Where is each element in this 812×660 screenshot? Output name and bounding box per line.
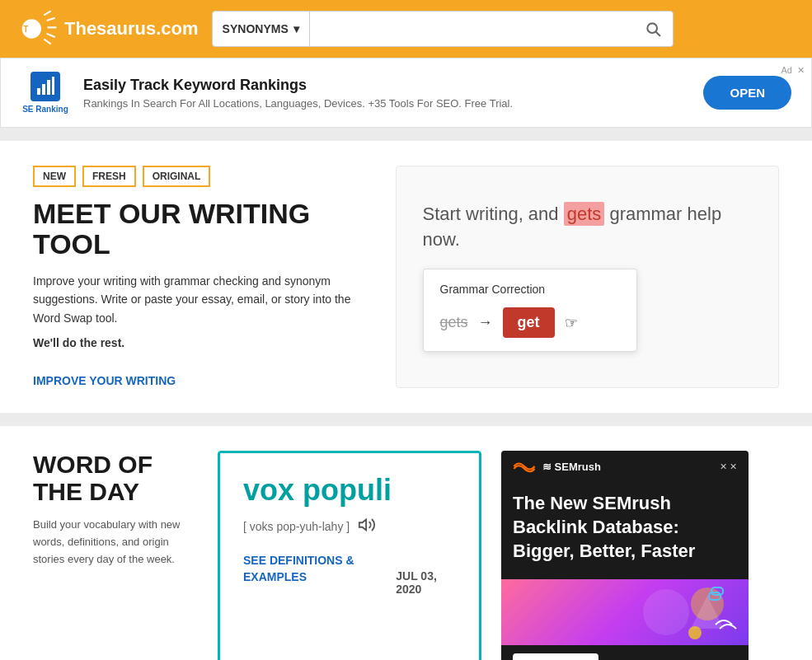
wotd-card: vox populi [ voks pop-yuh-lahy ] SEE DEF… — [218, 451, 481, 660]
writing-section: NEW FRESH ORIGINAL MEET OUR WRITING TOOL… — [0, 141, 812, 413]
ad-logo-text: SE Ranking — [21, 105, 70, 114]
gets-highlight: gets — [564, 202, 605, 226]
ad-label: Ad — [781, 65, 792, 76]
svg-line-8 — [655, 32, 659, 36]
wotd-ad-title: The New SEMrush Backlink Database: Bigge… — [513, 492, 737, 563]
search-input[interactable] — [310, 12, 633, 46]
header: T Thesaurus.com SYNONYMS ▾ — [0, 0, 812, 58]
wotd-pronunciation: [ voks pop-yuh-lahy ] — [243, 516, 456, 536]
wotd-title: WORD OF THE DAY — [33, 451, 198, 505]
writing-right: Start writing, and gets grammar help now… — [396, 166, 780, 388]
wotd-ad-visual — [501, 579, 749, 645]
semrush-logo-icon — [513, 459, 536, 474]
writing-desc: Improve your writing with grammar checki… — [33, 272, 363, 327]
svg-text:T: T — [23, 25, 28, 34]
svg-point-18 — [688, 626, 702, 639]
ad-close-area: Ad ✕ — [781, 65, 805, 76]
search-button[interactable] — [633, 21, 673, 37]
wotd-desc: Build your vocabulary with new words, de… — [33, 517, 198, 568]
separator-top — [0, 128, 812, 141]
grammar-correction: gets → get ☞ — [440, 307, 620, 338]
ad-open-button[interactable]: OPEN — [703, 76, 791, 110]
ad-close-x[interactable]: ✕ — [797, 65, 805, 76]
svg-line-2 — [47, 18, 55, 21]
se-ranking-icon — [31, 72, 60, 101]
svg-rect-9 — [37, 88, 40, 95]
gets-strikethrough: gets — [440, 314, 468, 331]
writing-desc-2: We'll do the rest. — [33, 334, 363, 352]
chevron-down-icon: ▾ — [293, 22, 299, 35]
get-button[interactable]: get — [503, 307, 555, 338]
synonyms-dropdown[interactable]: SYNONYMS ▾ — [213, 12, 310, 46]
logo-icon: T — [16, 8, 58, 49]
wotd-section: WORD OF THE DAY Build your vocabulary wi… — [0, 426, 812, 660]
wotd-ad-content: The New SEMrush Backlink Database: Bigge… — [501, 482, 749, 579]
search-icon — [645, 21, 661, 37]
grammar-popup: Grammar Correction gets → get ☞ — [423, 269, 637, 352]
semrush-logo-text: ≋ SEMrush — [542, 461, 601, 473]
writing-right-before: Start writing, and — [423, 204, 564, 224]
writing-title: MEET OUR WRITING TOOL — [33, 199, 363, 260]
svg-point-14 — [643, 589, 689, 635]
wotd-ad-header: ≋ SEMrush ✕ ✕ — [501, 451, 749, 482]
ad-visual-svg — [641, 579, 740, 645]
svg-line-5 — [44, 40, 50, 44]
improve-link[interactable]: IMPROVE YOUR WRITING — [33, 374, 176, 387]
writing-right-text: Start writing, and gets grammar help now… — [423, 202, 753, 253]
wotd-word: vox populi — [243, 473, 456, 508]
badge-original: ORIGINAL — [143, 166, 211, 187]
arrow-icon: → — [478, 314, 493, 331]
ad-banner: Ad ✕ SE Ranking Easily Track Keyword Ran… — [0, 58, 812, 128]
writing-desc-bold: We'll do the rest. — [33, 336, 124, 349]
wotd-ad: ≋ SEMrush ✕ ✕ The New SEMrush Backlink D… — [501, 451, 749, 660]
svg-rect-10 — [42, 84, 45, 95]
wotd-see-link[interactable]: SEE DEFINITIONS & EXAMPLES — [243, 553, 396, 585]
writing-left: NEW FRESH ORIGINAL MEET OUR WRITING TOOL… — [33, 166, 363, 388]
svg-marker-13 — [359, 520, 366, 531]
badges: NEW FRESH ORIGINAL — [33, 166, 363, 187]
ad-x-close[interactable]: ✕ ✕ — [720, 461, 737, 472]
ad-subtitle: Rankings In Search For All Locations, La… — [83, 97, 690, 110]
synonyms-label: SYNONYMS — [223, 22, 289, 35]
wotd-ad-btn-area: Read more — [501, 645, 749, 660]
logo-area: T Thesaurus.com — [16, 8, 199, 49]
read-more-button[interactable]: Read more — [513, 653, 598, 660]
wotd-date: JUL 03, 2020 — [396, 569, 456, 596]
ad-title: Easily Track Keyword Rankings — [83, 77, 690, 94]
badge-new: NEW — [33, 166, 76, 187]
ad-logo: SE Ranking — [21, 72, 70, 114]
pronunciation-text: [ voks pop-yuh-lahy ] — [243, 520, 350, 533]
badge-fresh: FRESH — [82, 166, 136, 187]
svg-line-1 — [44, 11, 50, 15]
grammar-popup-title: Grammar Correction — [440, 283, 620, 296]
ad-content: Easily Track Keyword Rankings Rankings I… — [83, 77, 690, 110]
wotd-left: WORD OF THE DAY Build your vocabulary wi… — [33, 451, 198, 660]
svg-rect-11 — [47, 80, 50, 95]
svg-rect-12 — [52, 77, 54, 95]
cursor-icon: ☞ — [565, 314, 578, 332]
search-bar: SYNONYMS ▾ — [212, 11, 674, 47]
speaker-icon[interactable] — [358, 516, 376, 536]
logo-text: Thesaurus.com — [64, 18, 199, 40]
svg-line-4 — [47, 34, 55, 37]
separator-mid — [0, 413, 812, 426]
